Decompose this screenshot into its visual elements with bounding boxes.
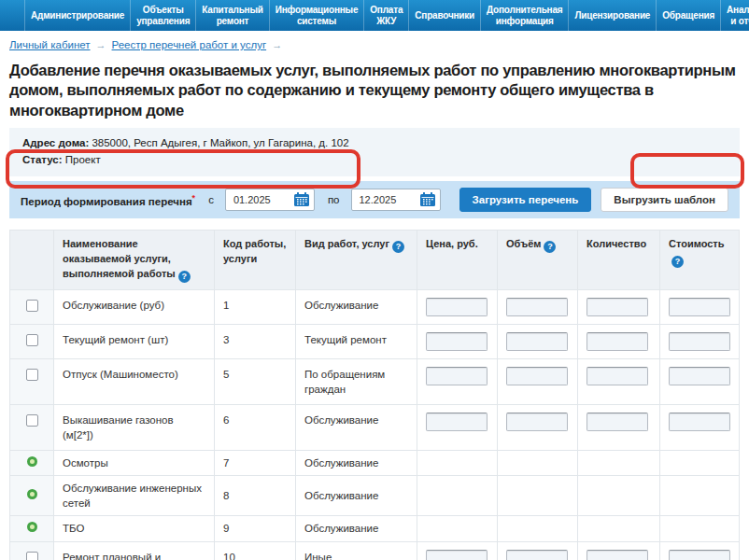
- help-icon[interactable]: ?: [544, 241, 556, 253]
- column-label: Количество: [586, 238, 646, 249]
- cost-input[interactable]: [669, 332, 730, 351]
- services-table: Наименование оказываемой услуги, выполня…: [9, 230, 740, 560]
- service-type-cell: Иные: [296, 541, 417, 560]
- column-header-3: Вид работ, услуг?: [296, 230, 417, 289]
- row-checkbox[interactable]: [26, 369, 38, 381]
- service-code-cell: 5: [215, 358, 296, 404]
- cost-input[interactable]: [669, 298, 730, 316]
- added-marker-icon[interactable]: [27, 522, 37, 532]
- nav-item-7[interactable]: Дополнительная информация: [480, 0, 568, 31]
- nav-item-6[interactable]: Справочники: [408, 0, 480, 31]
- quantity-input[interactable]: [586, 413, 648, 431]
- service-code-cell: 9: [215, 516, 296, 541]
- period-to-input[interactable]: 12.2025: [351, 189, 441, 211]
- nav-item-9[interactable]: Обращения: [656, 0, 720, 31]
- nav-item-5[interactable]: Оплата ЖКУ: [363, 0, 408, 31]
- quantity-input[interactable]: [586, 298, 648, 316]
- row-checkbox[interactable]: [26, 300, 38, 312]
- service-code-cell: 1: [215, 289, 296, 324]
- volume-input[interactable]: [506, 550, 568, 560]
- price-input[interactable]: [426, 413, 488, 431]
- service-code-cell: 10: [215, 541, 296, 560]
- upload-list-button[interactable]: Загрузить перечень: [459, 188, 592, 212]
- nav-item-3[interactable]: Капитальный ремонт: [195, 0, 268, 31]
- price-cell: [417, 358, 498, 404]
- table-row: Осмотры7Обслуживание: [10, 451, 740, 476]
- price-input[interactable]: [426, 367, 488, 385]
- volume-cell: [498, 289, 578, 324]
- volume-cell: [498, 541, 578, 560]
- cost-cell: [660, 358, 740, 404]
- house-status: Статус: Проект: [22, 152, 727, 169]
- price-cell: [417, 405, 498, 451]
- row-checkbox[interactable]: [26, 552, 38, 560]
- row-checkbox[interactable]: [26, 334, 38, 346]
- help-icon[interactable]: ?: [392, 241, 404, 253]
- calendar-icon[interactable]: [420, 192, 435, 206]
- volume-input[interactable]: [506, 367, 568, 385]
- price-cell: [417, 541, 498, 560]
- column-header-4: Цена, руб.: [417, 230, 498, 289]
- volume-input[interactable]: [506, 413, 568, 431]
- column-header-2: Код работы, услуги: [215, 230, 296, 289]
- help-icon[interactable]: ?: [671, 256, 684, 268]
- price-cell: [417, 451, 498, 476]
- volume-cell: [498, 358, 578, 404]
- nav-item-10[interactable]: Аналитика и отчеты: [720, 0, 749, 31]
- house-address: Адрес дома: 385000, Респ Адыгея, г Майко…: [22, 135, 727, 152]
- breadcrumb-link-1[interactable]: Личный кабинет: [9, 39, 91, 50]
- quantity-input[interactable]: [586, 550, 648, 560]
- quantity-cell: [578, 324, 660, 358]
- column-label: Вид работ, услуг: [304, 238, 389, 249]
- price-input[interactable]: [426, 332, 488, 351]
- help-icon[interactable]: ?: [178, 271, 191, 283]
- calendar-icon[interactable]: [294, 192, 309, 206]
- status-value: Проект: [65, 154, 101, 165]
- nav-item-1[interactable]: Администрирование: [24, 0, 130, 31]
- cost-cell: [660, 451, 740, 476]
- nav-item-2[interactable]: Объекты управления: [130, 0, 195, 31]
- price-input[interactable]: [426, 550, 488, 560]
- period-from-label: с: [208, 194, 214, 205]
- nav-spacer: [0, 0, 24, 31]
- column-label: Код работы, услуги: [223, 238, 286, 264]
- service-code-cell: 6: [215, 405, 296, 451]
- row-checkbox[interactable]: [26, 414, 38, 427]
- quantity-cell: [578, 476, 660, 516]
- table-row: Ремонт плановый и внеплановый. Внепланов…: [10, 541, 740, 560]
- address-value: 385000, Респ Адыгея, г Майкоп, ул Гагари…: [92, 137, 348, 148]
- quantity-input[interactable]: [586, 367, 648, 385]
- nav-item-4[interactable]: Информационные системы: [269, 0, 364, 31]
- quantity-input[interactable]: [586, 332, 648, 351]
- download-template-button[interactable]: Выгрузить шаблон: [601, 188, 728, 212]
- added-marker-icon[interactable]: [27, 456, 37, 467]
- volume-input[interactable]: [506, 298, 568, 316]
- row-marker-cell: [10, 541, 54, 560]
- volume-cell: [498, 324, 578, 358]
- breadcrumb-arrow-icon: →: [96, 39, 106, 50]
- column-header-select: [10, 230, 54, 289]
- added-marker-icon[interactable]: [27, 489, 37, 499]
- breadcrumb-link-2[interactable]: Реестр перечней работ и услуг: [112, 39, 267, 50]
- volume-input[interactable]: [506, 332, 568, 351]
- cost-input[interactable]: [669, 413, 730, 431]
- row-marker-cell: [10, 324, 54, 358]
- address-label: Адрес дома:: [22, 137, 89, 148]
- service-name-cell: ТБО: [54, 516, 215, 541]
- top-nav: АдминистрированиеОбъекты управленияКапит…: [0, 0, 749, 31]
- table-row: Выкашивание газонов (м[2*])6Обслуживание: [10, 405, 740, 451]
- price-input[interactable]: [426, 298, 488, 316]
- cost-input[interactable]: [669, 367, 730, 385]
- cost-input[interactable]: [669, 550, 730, 560]
- cost-cell: [660, 476, 740, 516]
- period-to-value: 12.2025: [360, 194, 420, 205]
- volume-cell: [498, 476, 578, 516]
- service-name-cell: Выкашивание газонов (м[2*]): [54, 405, 215, 451]
- volume-cell: [498, 451, 578, 476]
- table-row: Обслуживание (руб)1Обслуживание: [10, 289, 740, 324]
- row-marker-cell: [10, 358, 54, 404]
- period-from-input[interactable]: 01.2025: [225, 189, 315, 211]
- period-from-value: 01.2025: [233, 194, 294, 205]
- nav-item-8[interactable]: Лицензирование: [568, 0, 656, 31]
- row-marker-cell: [10, 289, 54, 324]
